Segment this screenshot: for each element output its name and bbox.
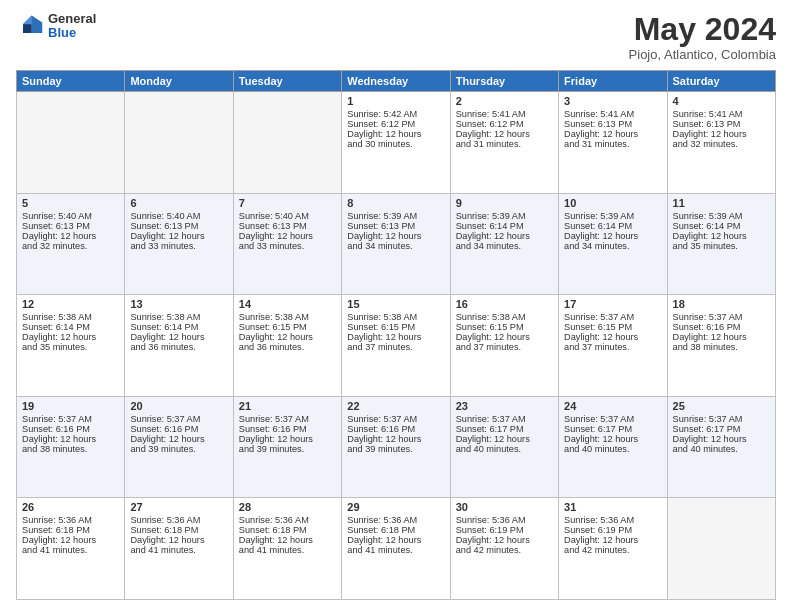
calendar-cell-w5-d6: 31Sunrise: 5:36 AMSunset: 6:19 PMDayligh… [559,498,667,600]
day-info-line: Sunrise: 5:37 AM [456,414,553,424]
day-info-line: and 42 minutes. [564,545,661,555]
day-info-line: Sunset: 6:12 PM [347,119,444,129]
logo-icon [16,12,44,40]
day-info-line: Daylight: 12 hours [673,434,770,444]
day-info-line: Daylight: 12 hours [456,129,553,139]
day-info-line: Sunrise: 5:38 AM [456,312,553,322]
day-info-line: Sunset: 6:15 PM [456,322,553,332]
logo-general-text: General [48,12,96,26]
calendar-cell-w4-d4: 22Sunrise: 5:37 AMSunset: 6:16 PMDayligh… [342,396,450,498]
calendar-cell-w5-d4: 29Sunrise: 5:36 AMSunset: 6:18 PMDayligh… [342,498,450,600]
calendar-cell-w4-d5: 23Sunrise: 5:37 AMSunset: 6:17 PMDayligh… [450,396,558,498]
day-info-line: Sunset: 6:13 PM [564,119,661,129]
day-number: 25 [673,400,770,412]
day-info-line: and 40 minutes. [673,444,770,454]
day-info-line: Sunset: 6:14 PM [456,221,553,231]
day-info-line: and 35 minutes. [673,241,770,251]
day-info-line: and 42 minutes. [456,545,553,555]
day-info-line: Sunrise: 5:42 AM [347,109,444,119]
day-info-line: Sunset: 6:19 PM [564,525,661,535]
day-number: 22 [347,400,444,412]
day-info-line: Sunrise: 5:37 AM [564,312,661,322]
day-info-line: Sunrise: 5:36 AM [347,515,444,525]
day-number: 8 [347,197,444,209]
day-number: 20 [130,400,227,412]
calendar-cell-w2-d5: 9Sunrise: 5:39 AMSunset: 6:14 PMDaylight… [450,193,558,295]
day-number: 6 [130,197,227,209]
day-info-line: Daylight: 12 hours [564,434,661,444]
col-tuesday: Tuesday [233,71,341,92]
day-number: 16 [456,298,553,310]
calendar-cell-w1-d1 [17,92,125,194]
day-info-line: Sunset: 6:18 PM [239,525,336,535]
calendar-cell-w2-d1: 5Sunrise: 5:40 AMSunset: 6:13 PMDaylight… [17,193,125,295]
day-info-line: Daylight: 12 hours [456,231,553,241]
calendar-cell-w4-d7: 25Sunrise: 5:37 AMSunset: 6:17 PMDayligh… [667,396,775,498]
calendar-cell-w3-d2: 13Sunrise: 5:38 AMSunset: 6:14 PMDayligh… [125,295,233,397]
logo: General Blue [16,12,96,41]
day-info-line: Daylight: 12 hours [456,434,553,444]
day-info-line: Sunset: 6:15 PM [347,322,444,332]
calendar-cell-w3-d6: 17Sunrise: 5:37 AMSunset: 6:15 PMDayligh… [559,295,667,397]
calendar-cell-w5-d7 [667,498,775,600]
day-info-line: Sunrise: 5:39 AM [347,211,444,221]
day-number: 23 [456,400,553,412]
calendar-cell-w1-d6: 3Sunrise: 5:41 AMSunset: 6:13 PMDaylight… [559,92,667,194]
day-info-line: and 41 minutes. [239,545,336,555]
day-info-line: and 38 minutes. [22,444,119,454]
day-info-line: Sunrise: 5:37 AM [130,414,227,424]
calendar-cell-w4-d2: 20Sunrise: 5:37 AMSunset: 6:16 PMDayligh… [125,396,233,498]
calendar-cell-w5-d1: 26Sunrise: 5:36 AMSunset: 6:18 PMDayligh… [17,498,125,600]
day-info-line: Daylight: 12 hours [22,434,119,444]
day-info-line: and 39 minutes. [347,444,444,454]
day-info-line: Daylight: 12 hours [564,535,661,545]
week-row-4: 19Sunrise: 5:37 AMSunset: 6:16 PMDayligh… [17,396,776,498]
day-info-line: Sunrise: 5:38 AM [239,312,336,322]
day-info-line: Daylight: 12 hours [347,535,444,545]
day-number: 18 [673,298,770,310]
day-info-line: Sunrise: 5:41 AM [673,109,770,119]
day-info-line: Sunrise: 5:38 AM [347,312,444,322]
day-info-line: Sunset: 6:13 PM [22,221,119,231]
calendar-cell-w4-d3: 21Sunrise: 5:37 AMSunset: 6:16 PMDayligh… [233,396,341,498]
day-number: 3 [564,95,661,107]
day-number: 2 [456,95,553,107]
calendar-cell-w3-d7: 18Sunrise: 5:37 AMSunset: 6:16 PMDayligh… [667,295,775,397]
day-number: 14 [239,298,336,310]
calendar-cell-w1-d3 [233,92,341,194]
day-info-line: Daylight: 12 hours [564,129,661,139]
calendar-header-row: Sunday Monday Tuesday Wednesday Thursday… [17,71,776,92]
day-info-line: Daylight: 12 hours [456,332,553,342]
day-info-line: Daylight: 12 hours [347,129,444,139]
calendar-cell-w1-d7: 4Sunrise: 5:41 AMSunset: 6:13 PMDaylight… [667,92,775,194]
day-number: 11 [673,197,770,209]
day-number: 7 [239,197,336,209]
calendar-cell-w2-d4: 8Sunrise: 5:39 AMSunset: 6:13 PMDaylight… [342,193,450,295]
day-info-line: and 37 minutes. [347,342,444,352]
page: General Blue May 2024 Piojo, Atlantico, … [0,0,792,612]
title-block: May 2024 Piojo, Atlantico, Colombia [629,12,776,62]
day-info-line: Sunrise: 5:39 AM [564,211,661,221]
day-info-line: Sunrise: 5:40 AM [130,211,227,221]
day-info-line: Sunrise: 5:38 AM [22,312,119,322]
calendar-table: Sunday Monday Tuesday Wednesday Thursday… [16,70,776,600]
day-number: 5 [22,197,119,209]
col-monday: Monday [125,71,233,92]
day-info-line: Sunrise: 5:39 AM [456,211,553,221]
day-info-line: Sunset: 6:13 PM [130,221,227,231]
day-number: 24 [564,400,661,412]
day-info-line: Sunset: 6:17 PM [673,424,770,434]
day-info-line: Sunrise: 5:40 AM [22,211,119,221]
calendar-cell-w1-d4: 1Sunrise: 5:42 AMSunset: 6:12 PMDaylight… [342,92,450,194]
day-info-line: Sunset: 6:17 PM [564,424,661,434]
day-info-line: Daylight: 12 hours [130,332,227,342]
day-info-line: Sunset: 6:16 PM [673,322,770,332]
day-info-line: and 41 minutes. [347,545,444,555]
day-info-line: Sunset: 6:15 PM [564,322,661,332]
day-info-line: Sunset: 6:14 PM [673,221,770,231]
day-info-line: Sunset: 6:18 PM [22,525,119,535]
day-info-line: and 31 minutes. [456,139,553,149]
day-info-line: Sunrise: 5:37 AM [673,414,770,424]
day-info-line: Sunrise: 5:40 AM [239,211,336,221]
calendar-cell-w2-d7: 11Sunrise: 5:39 AMSunset: 6:14 PMDayligh… [667,193,775,295]
